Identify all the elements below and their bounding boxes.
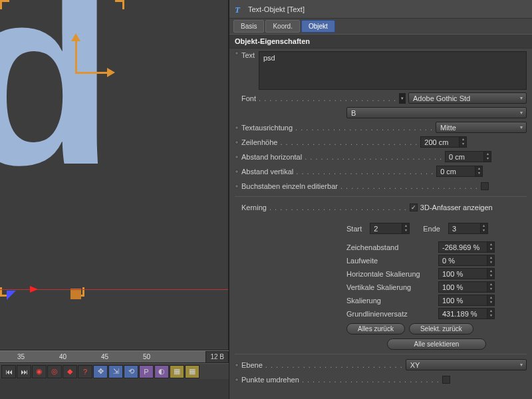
position-key-button[interactable]: ✥ [93,365,108,378]
perchar-label: Buchstaben einzeln editierbar [241,182,478,190]
tab-koord[interactable]: Koord. [265,20,299,33]
charspace-label: Zeichenabstand [346,243,433,251]
spinner-icon[interactable] [487,242,494,252]
show3d-label: 3D-Anfasser anzeigen [420,203,493,211]
autokey-button[interactable]: ◎ [47,365,62,378]
canvas-3d[interactable]: d [0,0,229,350]
select-all-button[interactable]: Alle selektieren [387,338,487,350]
properties-list: Text psd Font ▾ Adobe Gothic Std B Texta… [229,49,532,388]
start-field[interactable]: 2 [370,223,410,234]
show3d-checkbox[interactable]: ✓ [410,203,418,211]
baseline-label: Grundlinienversatz [346,310,433,318]
font-weight-dropdown[interactable]: B [346,107,527,118]
align-dropdown[interactable]: Mitte [436,122,527,133]
align-label: Textausrichtung [241,124,433,132]
font-picker-icon[interactable]: ▾ [399,93,406,104]
baseline-field[interactable]: 431.189 % [438,308,495,319]
panel-title: Text-Objekt [Text] [248,5,305,13]
spinner-icon[interactable] [459,137,466,147]
spinner-icon[interactable] [483,152,491,162]
bullet-icon [235,378,239,382]
spinner-icon[interactable] [480,223,487,233]
bullet-icon [235,155,239,159]
reset-selection-button[interactable]: Selekt. zurück [409,323,473,334]
ruler-tick: 40 [59,353,66,360]
axis-y-handle[interactable] [75,40,77,73]
ruler-tick: 50 [143,353,150,360]
spinner-icon[interactable] [487,255,494,265]
plane-dropdown[interactable]: XY [406,359,527,370]
goto-end-button[interactable]: ⏭ [17,365,31,378]
font-dropdown[interactable]: Adobe Gothic Std [408,92,527,104]
divider [235,196,527,197]
hscale-label: Horizontale Skalierung [346,270,433,278]
bullet-icon [235,126,239,130]
options-button[interactable]: ▦ [170,365,184,378]
spinner-icon[interactable] [402,223,409,233]
handle-top-right[interactable] [115,0,124,9]
record-button[interactable]: ◉ [32,365,47,378]
axis-origin-handle[interactable] [70,289,81,299]
vspace-label: Abstand vertikal [241,168,434,176]
frame-count-badge[interactable]: 12 B [205,351,229,363]
bullet-icon [235,140,239,144]
vscale-label: Vertikale Skalierung [346,283,433,291]
scale-field[interactable]: 100 % [438,295,495,306]
lineheight-field[interactable]: 200 cm [420,136,467,148]
kerning-label: Kerning [241,203,407,211]
end-label: Ende [423,225,440,233]
perchar-checkbox[interactable] [481,182,489,190]
tracking-label: Laufweite [346,257,433,265]
spinner-icon[interactable] [475,166,482,176]
font-label: Font [241,94,396,102]
axis-z-indicator [7,291,16,300]
tab-basis[interactable]: Basis [233,20,264,33]
spinner-icon[interactable] [487,295,494,305]
options2-button[interactable]: ▦ [185,365,200,378]
rotation-key-button[interactable]: ⟲ [124,365,138,378]
timeline-ruler[interactable]: 35 40 45 50 12 B [0,350,229,363]
spinner-icon[interactable] [487,269,494,279]
hscale-field[interactable]: 100 % [438,268,495,279]
text-glyph[interactable]: d [0,0,114,203]
pla-key-button[interactable]: ◐ [154,365,169,378]
spinner-icon[interactable] [487,282,494,292]
goto-start-button[interactable]: ⏮ [1,365,16,378]
param-key-button[interactable]: P [139,365,154,378]
charspace-field[interactable]: -268.969 % [438,241,495,253]
viewport: d 35 40 45 50 12 B ⏮ ⏭ ◉ ◎ ◆ ? ✥ [0,0,229,399]
scale-key-button[interactable]: ⇲ [108,365,123,378]
plane-label: Ebene [241,361,403,369]
reset-all-button[interactable]: Alles zurück [346,323,405,334]
spinner-icon[interactable] [487,309,494,319]
text-object-icon: T [235,5,244,14]
keyframe-button[interactable]: ◆ [63,365,77,378]
tracking-field[interactable]: 0 % [438,255,495,266]
vspace-field[interactable]: 0 cm [436,166,483,177]
hspace-field[interactable]: 0 cm [445,151,491,162]
vscale-field[interactable]: 100 % [438,281,495,293]
lineheight-label: Zeilenhöhe [241,138,418,146]
scale-label: Skalierung [346,297,433,305]
tab-objekt[interactable]: Objekt [301,20,335,33]
divider [235,354,527,354]
handle-top-left[interactable] [0,0,9,9]
ruler-tick: 35 [17,353,25,360]
bullet-icon [235,51,239,55]
start-label: Start [346,225,362,233]
hspace-label: Abstand horizontal [241,153,442,161]
section-header: Objekt-Eigenschaften [229,34,532,49]
reverse-checkbox[interactable] [442,376,450,384]
text-label: Text [241,51,256,59]
panel-header: T Text-Objekt [Text] [229,0,532,19]
bullet-icon [235,184,239,188]
ruler-tick: 45 [101,353,108,360]
axis-x-handle[interactable] [75,72,108,74]
text-input[interactable]: psd [259,51,527,90]
axis-x-arrow [30,286,38,293]
end-field[interactable]: 3 [448,223,488,234]
tab-bar: Basis Koord. Objekt [229,19,532,34]
help-button[interactable]: ? [78,365,92,378]
timeline-toolbar: ⏮ ⏭ ◉ ◎ ◆ ? ✥ ⇲ ⟲ P ◐ ▦ ▦ [0,363,229,379]
bullet-icon [235,170,239,174]
